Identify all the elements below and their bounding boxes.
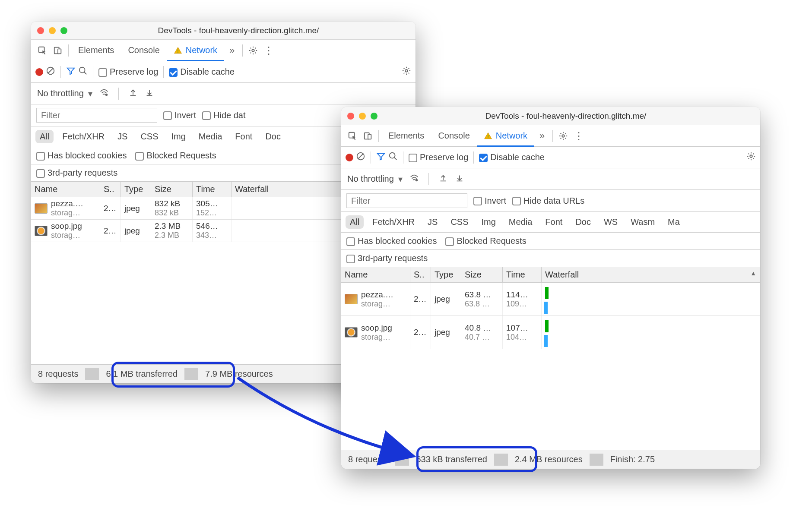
minimize-window-icon[interactable]	[49, 27, 56, 34]
record-icon[interactable]	[346, 154, 353, 161]
col-waterfall[interactable]: Waterfall▲	[542, 267, 760, 282]
disable-cache-label: Disable cache	[490, 152, 545, 162]
close-window-icon[interactable]	[347, 113, 354, 120]
third-party-checkbox[interactable]: 3rd-party requests	[346, 253, 428, 263]
blocked-requests-checkbox[interactable]: Blocked Requests	[135, 151, 216, 161]
throttling-select[interactable]: No throttling ▾	[37, 88, 92, 99]
titlebar: DevTools - foul-heavenly-direction.glitc…	[341, 107, 760, 125]
download-har-icon[interactable]	[455, 173, 464, 185]
filter-chip-font[interactable]: Font	[541, 215, 567, 229]
device-toggle-icon[interactable]	[50, 43, 66, 58]
clear-icon[interactable]	[46, 66, 55, 78]
col-name[interactable]: Name	[341, 267, 410, 282]
filter-input[interactable]	[346, 193, 467, 208]
col-name[interactable]: Name	[31, 182, 100, 197]
filter-chip-media[interactable]: Media	[194, 130, 226, 143]
maximize-window-icon[interactable]	[60, 27, 67, 34]
filter-chip-css[interactable]: CSS	[136, 130, 162, 143]
traffic-lights[interactable]	[347, 113, 377, 120]
kebab-menu-icon[interactable]: ⋮	[261, 43, 276, 58]
tab-elements[interactable]: Elements	[381, 125, 431, 147]
more-tabs-icon[interactable]: »	[534, 128, 550, 144]
disable-cache-checkbox[interactable]: Disable cache	[479, 152, 545, 162]
blocked-requests-checkbox[interactable]: Blocked Requests	[445, 236, 526, 246]
status-bar: 8 requests 633 kB transferred 2.4 MB res…	[341, 450, 760, 469]
preserve-log-checkbox[interactable]: Preserve log	[409, 152, 468, 162]
network-settings-gear-icon[interactable]	[746, 151, 756, 163]
filter-chip-wasm[interactable]: Wasm	[626, 215, 659, 229]
download-har-icon[interactable]	[145, 88, 154, 99]
filter-chip-js[interactable]: JS	[113, 130, 132, 143]
filter-chip-ws[interactable]: WS	[599, 215, 622, 229]
tab-console[interactable]: Console	[431, 125, 476, 147]
close-window-icon[interactable]	[37, 27, 44, 34]
invert-checkbox[interactable]: Invert	[473, 196, 506, 206]
filter-chip-fetch[interactable]: Fetch/XHR	[368, 215, 419, 229]
settings-gear-icon[interactable]	[245, 43, 261, 58]
table-row[interactable]: pezza.…storag… 2… jpeg 63.8 …63.8 … 114……	[341, 283, 760, 316]
filter-icon[interactable]	[376, 151, 386, 163]
col-size[interactable]: Size	[461, 267, 503, 282]
cell-waterfall	[542, 316, 760, 349]
filter-icon[interactable]	[66, 66, 76, 78]
filter-chip-media[interactable]: Media	[504, 215, 536, 229]
upload-har-icon[interactable]	[128, 88, 138, 99]
col-time[interactable]: Time	[193, 182, 232, 197]
invert-checkbox[interactable]: Invert	[163, 110, 196, 120]
tab-elements[interactable]: Elements	[71, 40, 121, 61]
blocked-cookies-checkbox[interactable]: Has blocked cookies	[346, 236, 437, 246]
minimize-window-icon[interactable]	[359, 113, 366, 120]
extra-filters: Has blocked cookies Blocked Requests	[341, 233, 760, 250]
filter-chip-img[interactable]: Img	[167, 130, 190, 143]
tab-network[interactable]: Network	[477, 125, 534, 147]
cell-time2: 343…	[196, 231, 228, 240]
filter-chip-fetch[interactable]: Fetch/XHR	[58, 130, 109, 143]
hide-data-urls-checkbox[interactable]: Hide dat	[202, 110, 246, 120]
tab-console[interactable]: Console	[121, 40, 166, 61]
preserve-log-checkbox[interactable]: Preserve log	[98, 67, 158, 77]
filter-chip-js[interactable]: JS	[423, 215, 442, 229]
kebab-menu-icon[interactable]: ⋮	[571, 128, 587, 144]
filter-chip-img[interactable]: Img	[477, 215, 500, 229]
filter-chip-all[interactable]: All	[35, 130, 54, 143]
network-conditions-icon[interactable]	[409, 173, 419, 185]
traffic-lights[interactable]	[37, 27, 67, 34]
third-party-checkbox[interactable]: 3rd-party requests	[36, 168, 117, 178]
throttling-select[interactable]: No throttling ▾	[347, 174, 403, 184]
clear-icon[interactable]	[356, 151, 365, 163]
inspect-icon[interactable]	[35, 43, 50, 58]
filter-chip-all[interactable]: All	[346, 215, 364, 229]
filter-chip-css[interactable]: CSS	[446, 215, 473, 229]
cell-status: 2…	[410, 283, 431, 315]
filter-chip-doc[interactable]: Doc	[261, 130, 285, 143]
search-icon[interactable]	[78, 66, 88, 78]
search-icon[interactable]	[388, 151, 398, 163]
network-conditions-icon[interactable]	[99, 88, 109, 99]
inspect-icon[interactable]	[345, 128, 360, 144]
table-row[interactable]: soop.jpgstorag… 2… jpeg 40.8 …40.7 … 107…	[341, 316, 760, 349]
filter-chip-font[interactable]: Font	[231, 130, 257, 143]
tab-network[interactable]: Network	[167, 40, 224, 61]
col-type[interactable]: Type	[121, 182, 151, 197]
invert-label: Invert	[485, 196, 506, 205]
col-size[interactable]: Size	[151, 182, 193, 197]
filter-chip-doc[interactable]: Doc	[571, 215, 595, 229]
blocked-cookies-checkbox[interactable]: Has blocked cookies	[36, 151, 127, 161]
disable-cache-checkbox[interactable]: Disable cache	[169, 67, 235, 77]
hide-data-urls-checkbox[interactable]: Hide data URLs	[512, 196, 584, 206]
maximize-window-icon[interactable]	[371, 113, 377, 120]
svg-point-11	[105, 94, 108, 96]
col-type[interactable]: Type	[431, 267, 461, 282]
device-toggle-icon[interactable]	[360, 128, 376, 144]
settings-gear-icon[interactable]	[555, 128, 571, 144]
record-icon[interactable]	[35, 68, 43, 76]
filter-input[interactable]	[36, 108, 157, 123]
col-status[interactable]: S..	[410, 267, 431, 282]
col-status[interactable]: S..	[100, 182, 121, 197]
filter-chip-manifest[interactable]: Ma	[663, 215, 684, 229]
col-time[interactable]: Time	[503, 267, 542, 282]
network-settings-gear-icon[interactable]	[402, 66, 411, 78]
request-name: pezza.…	[51, 199, 83, 208]
upload-har-icon[interactable]	[438, 173, 448, 185]
more-tabs-icon[interactable]: »	[224, 43, 240, 58]
